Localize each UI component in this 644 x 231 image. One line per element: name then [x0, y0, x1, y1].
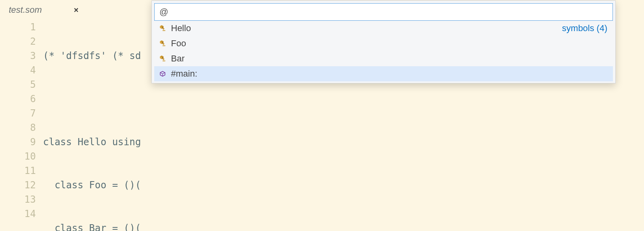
line-number: 12 — [0, 178, 36, 192]
quick-open-item-label: Bar — [171, 53, 185, 64]
line-number: 7 — [0, 106, 36, 120]
quick-open-panel: Hellosymbols (4)FooBar#main: — [151, 0, 616, 83]
line-number: 13 — [0, 192, 36, 207]
quick-open-input[interactable] — [154, 3, 613, 21]
quick-open-item[interactable]: Hello — [154, 21, 613, 36]
line-number: 14 — [0, 207, 36, 221]
class-icon — [158, 54, 167, 63]
quick-open-item[interactable]: #main: — [154, 66, 613, 81]
line-number: 5 — [0, 77, 36, 92]
class-icon — [158, 24, 167, 33]
line-number: 11 — [0, 164, 36, 178]
quick-open-item-label: Foo — [171, 38, 186, 49]
symbols-count-link[interactable]: symbols (4) — [562, 23, 607, 34]
code-line: class Bar = ()( — [43, 221, 644, 231]
gutter: 1234567891011121314 — [0, 20, 43, 231]
code-line: class Hello using — [43, 135, 644, 149]
line-number: 9 — [0, 135, 36, 149]
line-number: 2 — [0, 34, 36, 49]
class-icon — [158, 39, 167, 48]
quick-open-item[interactable]: Bar — [154, 51, 613, 66]
line-number: 10 — [0, 149, 36, 164]
quick-open-item[interactable]: Foo — [154, 36, 613, 51]
code-line — [43, 92, 644, 106]
line-number: 6 — [0, 92, 36, 106]
method-icon — [158, 69, 167, 78]
tab-label: test.som — [9, 5, 42, 15]
quick-open-list: Hellosymbols (4)FooBar#main: — [154, 21, 613, 81]
line-number: 3 — [0, 49, 36, 63]
code-line: class Foo = ()( — [43, 178, 644, 192]
quick-open-item-label: Hello — [171, 23, 191, 34]
line-number: 8 — [0, 120, 36, 135]
tab-test-som[interactable]: test.som × — [0, 0, 87, 20]
quick-open-item-label: #main: — [171, 69, 197, 79]
line-number: 1 — [0, 20, 36, 34]
close-icon[interactable]: × — [74, 6, 79, 15]
line-number: 4 — [0, 63, 36, 77]
